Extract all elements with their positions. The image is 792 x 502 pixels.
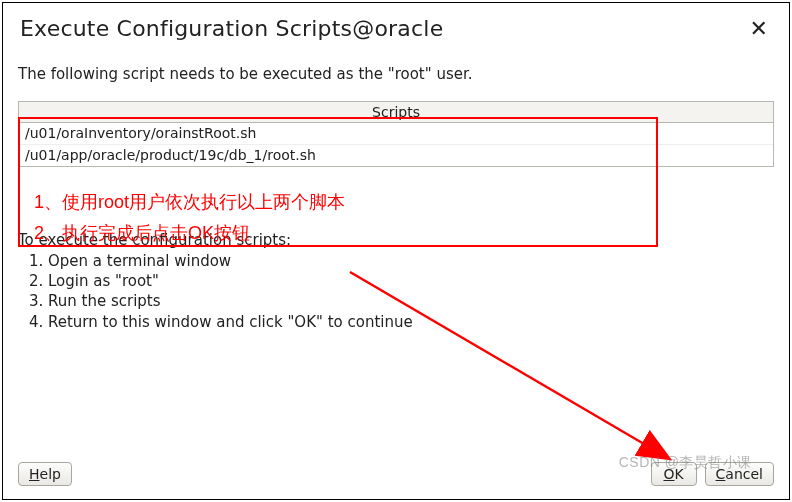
- table-row[interactable]: /u01/oraInventory/orainstRoot.sh: [19, 123, 773, 145]
- instructions-list: Open a terminal window Login as "root" R…: [32, 251, 774, 332]
- list-item: Open a terminal window: [48, 251, 774, 271]
- list-item: Login as "root": [48, 271, 774, 291]
- help-button[interactable]: Help: [18, 462, 72, 486]
- list-item: Run the scripts: [48, 291, 774, 311]
- footer: Help OK Cancel: [18, 462, 774, 486]
- ok-button[interactable]: OK: [651, 462, 697, 486]
- scripts-panel: Scripts /u01/oraInventory/orainstRoot.sh…: [18, 101, 774, 167]
- annotation-line-1: 1、使用root用户依次执行以上两个脚本: [34, 187, 345, 218]
- dialog-window: Execute Configuration Scripts@oracle ✕ T…: [2, 2, 790, 500]
- window-title: Execute Configuration Scripts@oracle: [20, 16, 443, 41]
- close-icon[interactable]: ✕: [746, 18, 772, 40]
- dialog-body: The following script needs to be execute…: [18, 51, 774, 454]
- right-button-group: OK Cancel: [651, 462, 774, 486]
- intro-text: The following script needs to be execute…: [18, 65, 774, 83]
- table-row[interactable]: /u01/app/oracle/product/19c/db_1/root.sh: [19, 145, 773, 166]
- scripts-header: Scripts: [19, 102, 773, 123]
- scripts-list: /u01/oraInventory/orainstRoot.sh /u01/ap…: [19, 123, 773, 166]
- instructions-heading: To execute the configuration scripts:: [18, 231, 774, 249]
- cancel-button[interactable]: Cancel: [705, 462, 774, 486]
- titlebar: Execute Configuration Scripts@oracle ✕: [18, 12, 774, 51]
- list-item: Return to this window and click "OK" to …: [48, 312, 774, 332]
